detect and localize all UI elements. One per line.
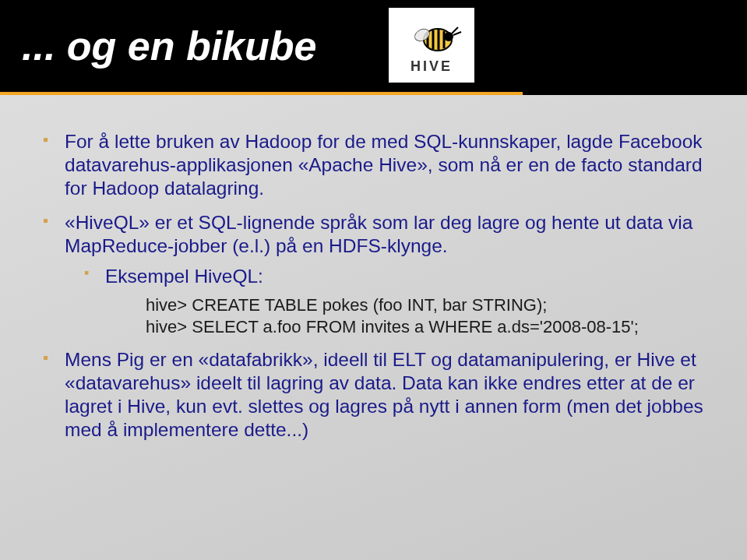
hive-logo-text: HIVE — [410, 58, 453, 75]
bullet-list: For å lette bruken av Hadoop for de med … — [43, 130, 708, 442]
svg-line-3 — [452, 27, 458, 33]
svg-line-4 — [453, 32, 461, 35]
bullet-text: «HiveQL» er et SQL-lignende språk som la… — [65, 212, 692, 256]
slide-title: ... og en bikube — [22, 23, 316, 69]
sub-list: Eksempel HiveQL: hive> CREATE TABLE poke… — [65, 265, 708, 337]
bullet-text: Mens Pig er en «datafabrikk», ideell til… — [65, 349, 703, 440]
bullet-item-1: For å lette bruken av Hadoop for de med … — [43, 130, 708, 200]
code-line-2: hive> SELECT a.foo FROM invites a WHERE … — [146, 316, 708, 338]
code-line-1: hive> CREATE TABLE pokes (foo INT, bar S… — [146, 294, 708, 316]
slide-content: For å lette bruken av Hadoop for de med … — [0, 95, 747, 468]
code-block: hive> CREATE TABLE pokes (foo INT, bar S… — [105, 294, 708, 337]
bullet-text: For å lette bruken av Hadoop for de med … — [65, 131, 703, 199]
sub-text: Eksempel HiveQL: — [105, 266, 263, 287]
bullet-item-3: Mens Pig er en «datafabrikk», ideell til… — [43, 348, 708, 442]
slide-header: ... og en bikube HIVE — [0, 0, 747, 92]
bullet-item-2: «HiveQL» er et SQL-lignende språk som la… — [43, 211, 708, 338]
hive-logo: HIVE — [389, 8, 474, 83]
sub-item: Eksempel HiveQL: hive> CREATE TABLE poke… — [65, 265, 708, 337]
bee-icon — [400, 16, 463, 58]
